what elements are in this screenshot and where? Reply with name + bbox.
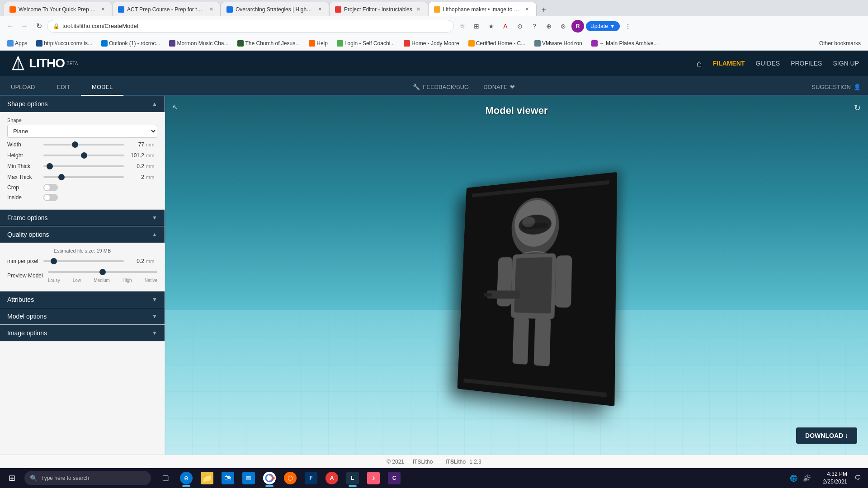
profile-button[interactable]: R xyxy=(571,20,584,33)
suggestion-icon: 👤 xyxy=(854,84,861,90)
extension-icon-3[interactable]: A xyxy=(499,20,512,33)
extension-icon-5[interactable]: ? xyxy=(528,20,541,33)
max-thick-label: Max Thick xyxy=(7,174,43,180)
min-thick-value: 0.2 xyxy=(124,163,144,169)
quality-slider[interactable] xyxy=(48,271,157,273)
tab-edit[interactable]: EDIT xyxy=(46,79,81,96)
bookmark-vmware[interactable]: VMware Horizon xyxy=(531,39,586,47)
taskbar-app-anti[interactable]: A xyxy=(322,468,342,488)
model-options-chevron: ▼ xyxy=(152,313,157,319)
network-icon[interactable]: 🌐 xyxy=(788,473,799,483)
height-row: Height 101.2 mm xyxy=(7,151,157,160)
notification-icon[interactable]: 🗨 xyxy=(853,473,863,483)
bookmark-church[interactable]: The Church of Jesus... xyxy=(234,39,303,47)
menu-button[interactable]: ⋮ xyxy=(622,20,634,33)
crop-toggle[interactable] xyxy=(43,184,58,191)
nav-guides[interactable]: GUIDES xyxy=(755,60,780,67)
model-options-header[interactable]: Model options ▼ xyxy=(0,308,165,324)
home-icon[interactable]: ⌂ xyxy=(697,58,702,69)
reload-button[interactable]: ↻ xyxy=(33,20,45,33)
browser-tab-1[interactable]: Welcome To Your Quick Prep Co... ✕ xyxy=(4,2,112,16)
taskbar-app-edge[interactable]: e xyxy=(176,468,196,488)
shape-select[interactable]: Plane Cylinder Sphere Keychain Heart xyxy=(7,125,157,138)
browser-tab-3[interactable]: Overarching Strategies | Higher S... ✕ xyxy=(221,2,329,16)
svg-rect-15 xyxy=(512,317,529,365)
extension-icon-7[interactable]: ⊗ xyxy=(557,20,570,33)
taskbar-app-browser2[interactable]: ⬡ xyxy=(280,468,300,488)
taskbar-time[interactable]: 4:32 PM 2/25/2021 xyxy=(820,470,851,486)
nav-filament[interactable]: FILAMENT xyxy=(713,60,745,67)
tab-close-5[interactable]: ✕ xyxy=(524,6,531,13)
nav-signup[interactable]: SIGN UP xyxy=(833,60,859,67)
feedback-icon: 🔧 xyxy=(413,84,420,90)
bookmark-help[interactable]: Help xyxy=(305,39,331,47)
suggestion-button[interactable]: SUGGESTION 👤 xyxy=(804,79,868,95)
update-button[interactable]: Update ▼ xyxy=(586,21,620,31)
inside-toggle[interactable] xyxy=(43,194,58,201)
tab-close-2[interactable]: ✕ xyxy=(208,6,215,13)
forward-button[interactable]: → xyxy=(18,20,31,33)
itunes-icon: ♪ xyxy=(367,472,380,484)
bookmark-uccu[interactable]: http://uccu.com/ is... xyxy=(33,39,96,47)
browser-tab-5[interactable]: Lithophane maker • Image to Lit... ✕ xyxy=(428,2,537,16)
taskbar-search[interactable]: 🔍 Type here to search xyxy=(24,471,151,485)
feedback-button[interactable]: 🔧 FEEDBACK/BUG xyxy=(406,79,476,95)
tab-close-1[interactable]: ✕ xyxy=(99,6,106,13)
donate-button[interactable]: DONATE ❤ xyxy=(476,79,522,95)
frame-options-header[interactable]: Frame options ▼ xyxy=(0,210,165,226)
tab-close-3[interactable]: ✕ xyxy=(316,6,323,13)
mm-per-pixel-slider[interactable] xyxy=(43,260,124,262)
min-thick-slider[interactable] xyxy=(43,165,124,167)
taskbar-app-taskview[interactable]: ❑ xyxy=(156,468,175,488)
taskbar-app-chrome[interactable] xyxy=(259,468,279,488)
tab-close-4[interactable]: ✕ xyxy=(415,6,422,13)
height-slider[interactable] xyxy=(43,155,124,156)
bookmark-home[interactable]: Home - Jody Moore xyxy=(400,39,462,47)
width-slider[interactable] xyxy=(43,144,124,145)
bookmark-icon[interactable]: ☆ xyxy=(456,20,468,33)
tab-model[interactable]: MODEL xyxy=(81,79,123,96)
attributes-header[interactable]: Attributes ▼ xyxy=(0,291,165,308)
taskbar-app-citrix[interactable]: C xyxy=(384,468,404,488)
extension-icon-1[interactable]: ⊞ xyxy=(470,20,483,33)
frame-options-chevron: ▼ xyxy=(152,215,157,221)
frame-options-section: Frame options ▼ xyxy=(0,210,165,226)
bookmark-mormon[interactable]: Mormon Music Cha... xyxy=(165,39,232,47)
taskbar-app-mail[interactable]: ✉ xyxy=(239,468,259,488)
new-tab-button[interactable]: + xyxy=(537,4,551,16)
refresh-button[interactable]: ↻ xyxy=(854,103,861,113)
reset-view-button[interactable]: ↖ xyxy=(172,103,178,112)
nav-profiles[interactable]: PROFILES xyxy=(791,60,822,67)
volume-icon[interactable]: 🔊 xyxy=(801,473,812,483)
max-thick-slider[interactable] xyxy=(43,176,124,178)
taskbar-app-explorer[interactable]: 📁 xyxy=(197,468,217,488)
address-bar[interactable]: 🔒 tool.itslitho.com/CreateModel xyxy=(47,20,454,33)
width-value: 77 xyxy=(124,141,144,148)
browser-tab-4[interactable]: Project Editor - Instructables ✕ xyxy=(329,2,428,16)
bookmark-outlook[interactable]: Outlook (1) - rdcroc... xyxy=(98,39,164,47)
shape-options-header[interactable]: Shape options ▲ xyxy=(0,96,165,112)
taskbar-app-store[interactable]: 🛍 xyxy=(218,468,238,488)
taskbar-app-litho[interactable]: L xyxy=(343,468,363,488)
start-button[interactable]: ⊞ xyxy=(2,468,22,488)
bookmark-apps[interactable]: Apps xyxy=(4,39,31,47)
extension-icon-4[interactable]: ⊙ xyxy=(514,20,526,33)
download-button[interactable]: DOWNLOAD ↓ xyxy=(796,427,857,444)
bookmark-favicon-main xyxy=(591,40,598,47)
bookmark-certified[interactable]: Certified Home - C... xyxy=(465,39,529,47)
tab-upload[interactable]: UPLOAD xyxy=(0,79,46,96)
image-options-header[interactable]: Image options ▼ xyxy=(0,325,165,341)
other-bookmarks[interactable]: Other bookmarks xyxy=(816,39,864,47)
extension-icon-2[interactable]: ★ xyxy=(485,20,497,33)
taskbar-app-fema[interactable]: F xyxy=(301,468,321,488)
extension-icon-6[interactable]: ⊕ xyxy=(542,20,555,33)
taskbar-app-itunes[interactable]: ♪ xyxy=(363,468,383,488)
quality-options-header[interactable]: Quality options ▲ xyxy=(0,226,165,243)
lithophane-model xyxy=(457,172,617,406)
back-button[interactable]: ← xyxy=(4,20,16,33)
svg-rect-10 xyxy=(514,257,552,314)
bookmark-main[interactable]: → Main Plates Archive... xyxy=(588,39,662,47)
browser-tab-2[interactable]: ACT Prep Course - Prep for the ... ✕ xyxy=(112,2,221,16)
other-bookmarks-label: Other bookmarks xyxy=(819,40,861,47)
bookmark-login[interactable]: Login - Self Coachi... xyxy=(333,39,398,47)
